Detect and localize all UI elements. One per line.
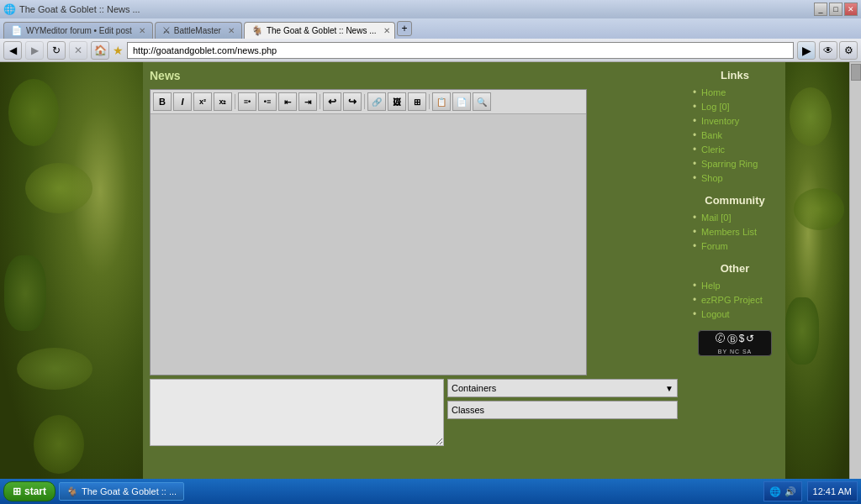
sidebar-link-members[interactable]: Members List bbox=[691, 226, 779, 238]
system-tray: 🌐 🔊 bbox=[763, 481, 802, 501]
cleric-link[interactable]: Cleric bbox=[701, 144, 725, 155]
page-body: News B I x² x₂ ≡• •≡ ⇤ ⇥ ↩ ↪ 🔗 🖼 ⊞ bbox=[0, 62, 861, 491]
tab-wymедitor[interactable]: 📄 WYMeditor forum • Edit post ✕ bbox=[3, 22, 153, 39]
ordered-list-button[interactable]: ≡• bbox=[238, 92, 256, 111]
shop-link[interactable]: Shop bbox=[701, 173, 723, 183]
taskbar-item-icon: 🐐 bbox=[66, 486, 78, 497]
log-link[interactable]: Log [0] bbox=[701, 102, 730, 112]
tools-button[interactable]: ⚙ bbox=[839, 41, 858, 60]
close-button[interactable]: ✕ bbox=[844, 3, 858, 16]
sidebar-link-mail[interactable]: Mail [0] bbox=[691, 212, 779, 223]
cc-sa-icon: ↺ bbox=[746, 333, 754, 347]
undo-button[interactable]: ↩ bbox=[323, 92, 341, 111]
taskbar-goat-goblet[interactable]: 🐐 The Goat & Goblet :: ... bbox=[59, 482, 184, 501]
tab-label: BattleMaster bbox=[174, 26, 221, 35]
go-button[interactable]: ▶ bbox=[797, 41, 816, 60]
view-button[interactable]: 👁 bbox=[819, 41, 837, 60]
tab-label: WYMeditor forum • Edit post bbox=[26, 26, 132, 35]
tab-favicon: 📄 bbox=[11, 25, 23, 36]
editor-bottom-section: Containers ▼ Classes bbox=[150, 379, 678, 446]
tab-favicon: 🐐 bbox=[251, 25, 263, 36]
containers-dropdown[interactable]: Containers ▼ bbox=[447, 379, 678, 397]
tab-battlemaster[interactable]: ⚔ BattleMaster ✕ bbox=[155, 22, 242, 39]
home-button[interactable]: 🏠 bbox=[91, 41, 109, 60]
start-button[interactable]: ⊞ start bbox=[3, 481, 55, 501]
taskbar: ⊞ start 🐐 The Goat & Goblet :: ... 🌐 🔊 1… bbox=[0, 479, 861, 504]
subscript-button[interactable]: x₂ bbox=[214, 92, 232, 111]
cc-by-icon: Ⓑ bbox=[727, 333, 737, 347]
home-link[interactable]: Home bbox=[701, 87, 726, 97]
insert-link-button[interactable]: 🔗 bbox=[367, 92, 386, 111]
sidebar-link-forum[interactable]: Forum bbox=[691, 240, 779, 252]
insert-image-button[interactable]: 🖼 bbox=[388, 92, 406, 111]
members-list-link[interactable]: Members List bbox=[701, 227, 757, 237]
toolbar-separator-1 bbox=[235, 94, 235, 109]
inventory-link[interactable]: Inventory bbox=[701, 116, 739, 126]
classes-dropdown[interactable]: Classes bbox=[447, 401, 678, 419]
editor-toolbar: B I x² x₂ ≡• •≡ ⇤ ⇥ ↩ ↪ 🔗 🖼 ⊞ 📋 📄 🔍 bbox=[151, 90, 586, 114]
scrollbar[interactable] bbox=[849, 62, 861, 491]
containers-arrow-icon: ▼ bbox=[665, 384, 673, 393]
containers-label: Containers bbox=[452, 383, 496, 393]
outdent-button[interactable]: ⇤ bbox=[278, 92, 297, 111]
ezrpg-link[interactable]: ezRPG Project bbox=[701, 295, 763, 305]
cc-icons: 🄫 Ⓑ $ ↺ bbox=[716, 333, 755, 347]
forum-link[interactable]: Forum bbox=[701, 241, 728, 251]
sidebar-link-ezrpg[interactable]: ezRPG Project bbox=[691, 294, 779, 306]
nav-right-buttons: 👁 ⚙ bbox=[819, 41, 858, 60]
bold-button[interactable]: B bbox=[153, 92, 172, 111]
sidebar-link-shop[interactable]: Shop bbox=[691, 172, 779, 184]
page-title: News bbox=[150, 69, 678, 82]
italic-button[interactable]: I bbox=[173, 92, 192, 111]
preview-button[interactable]: 🔍 bbox=[473, 92, 491, 111]
editor-body[interactable] bbox=[151, 114, 586, 375]
background-right bbox=[785, 62, 861, 491]
sidebar-link-help[interactable]: Help bbox=[691, 280, 779, 291]
toolbar-separator-2 bbox=[320, 94, 320, 109]
superscript-button[interactable]: x² bbox=[193, 92, 212, 111]
sidebar-link-logout[interactable]: Logout bbox=[691, 308, 779, 320]
new-tab-button[interactable]: + bbox=[397, 21, 412, 36]
toolbar-separator-4 bbox=[429, 94, 430, 109]
sidebar-link-sparring[interactable]: Sparring Ring bbox=[691, 158, 779, 170]
sparring-ring-link[interactable]: Sparring Ring bbox=[701, 159, 758, 169]
forward-button[interactable]: ▶ bbox=[25, 41, 44, 60]
paste-text-button[interactable]: 📄 bbox=[452, 92, 471, 111]
star-icon[interactable]: ★ bbox=[113, 44, 124, 57]
cc-text: BY NC SA bbox=[718, 349, 753, 354]
help-link[interactable]: Help bbox=[701, 281, 721, 291]
sidebar-link-log[interactable]: Log [0] bbox=[691, 101, 779, 113]
background-left bbox=[0, 62, 143, 491]
sidebar-link-home[interactable]: Home bbox=[691, 87, 779, 98]
start-label: start bbox=[24, 486, 46, 497]
classes-label: Classes bbox=[452, 405, 484, 415]
bank-link[interactable]: Bank bbox=[701, 130, 722, 140]
restore-button[interactable]: □ bbox=[829, 3, 843, 16]
tab-favicon: ⚔ bbox=[162, 25, 171, 36]
unordered-list-button[interactable]: •≡ bbox=[258, 92, 277, 111]
tab-close-icon[interactable]: ✕ bbox=[139, 26, 145, 35]
sidebar-link-inventory[interactable]: Inventory bbox=[691, 115, 779, 127]
stop-button[interactable]: ✕ bbox=[69, 41, 87, 60]
scrollbar-thumb[interactable] bbox=[851, 64, 861, 81]
minimize-button[interactable]: _ bbox=[814, 3, 827, 16]
editor-source-textarea[interactable] bbox=[150, 379, 444, 446]
redo-button[interactable]: ↪ bbox=[343, 92, 362, 111]
network-icon: 🌐 bbox=[769, 486, 781, 497]
logout-link[interactable]: Logout bbox=[701, 309, 730, 319]
title-bar-text: The Goat & Goblet :: News ... bbox=[19, 4, 140, 14]
tab-close-icon[interactable]: ✕ bbox=[228, 26, 235, 35]
sidebar-link-bank[interactable]: Bank bbox=[691, 129, 779, 141]
back-button[interactable]: ◀ bbox=[3, 41, 22, 60]
sidebar-link-cleric[interactable]: Cleric bbox=[691, 144, 779, 155]
toolbar-separator-3 bbox=[364, 94, 365, 109]
tab-close-icon[interactable]: ✕ bbox=[383, 26, 390, 35]
address-bar[interactable] bbox=[127, 42, 794, 59]
paste-button[interactable]: 📋 bbox=[432, 92, 451, 111]
indent-button[interactable]: ⇥ bbox=[298, 92, 317, 111]
mail-link[interactable]: Mail [0] bbox=[701, 213, 731, 223]
links-section-title: Links bbox=[691, 69, 779, 81]
insert-table-button[interactable]: ⊞ bbox=[408, 92, 426, 111]
tab-goat-goblet[interactable]: 🐐 The Goat & Goblet :: News ... ✕ bbox=[244, 22, 395, 39]
refresh-button[interactable]: ↻ bbox=[47, 41, 66, 60]
